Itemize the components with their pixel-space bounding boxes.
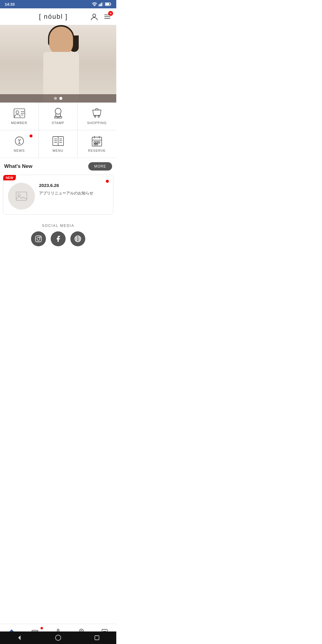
instagram-button[interactable] bbox=[31, 231, 46, 246]
menu-button[interactable]: N bbox=[103, 13, 112, 21]
svg-rect-2 bbox=[100, 4, 101, 6]
menu-book-icon bbox=[52, 136, 64, 146]
news-icon bbox=[13, 136, 25, 146]
shopping-label: SHOPPING bbox=[87, 121, 107, 125]
portrait-head bbox=[49, 27, 73, 55]
hero-image bbox=[0, 25, 116, 103]
news-date: 2023.6.26 bbox=[39, 183, 108, 188]
news-label: NEWS bbox=[14, 149, 25, 152]
member-icon bbox=[13, 108, 25, 119]
facebook-icon bbox=[55, 235, 62, 242]
social-icons-row bbox=[0, 231, 116, 246]
carousel-dots bbox=[0, 94, 116, 103]
news-card[interactable]: NEW 2023.6.26 アプリリニューアルのお知らせ bbox=[3, 175, 113, 215]
svg-point-8 bbox=[93, 14, 96, 17]
website-button[interactable] bbox=[70, 231, 85, 246]
svg-point-0 bbox=[94, 6, 95, 6]
svg-rect-1 bbox=[99, 4, 100, 6]
reserve-label: RESERVE bbox=[88, 149, 106, 152]
status-icons bbox=[92, 2, 112, 6]
news-text: アプリリニューアルのお知らせ bbox=[39, 190, 108, 196]
signal-icon bbox=[99, 2, 103, 6]
shopping-icon bbox=[91, 108, 103, 119]
member-menu-item[interactable]: MEMBER bbox=[0, 103, 39, 130]
portrait-figure bbox=[31, 27, 91, 103]
new-badge: NEW bbox=[3, 175, 16, 180]
svg-rect-3 bbox=[101, 3, 102, 6]
svg-rect-43 bbox=[16, 192, 27, 200]
battery-icon bbox=[105, 2, 112, 6]
social-media-title: SOCIAL MEDIA bbox=[0, 224, 116, 228]
svg-rect-45 bbox=[35, 236, 41, 242]
reserve-icon bbox=[91, 136, 103, 146]
stamp-label: STAMP bbox=[52, 121, 64, 125]
whats-new-title: What's New bbox=[4, 163, 32, 169]
menu-menu-item[interactable]: MENU bbox=[39, 130, 78, 158]
instagram-icon bbox=[35, 235, 42, 242]
news-menu-item[interactable]: NEWS bbox=[0, 130, 39, 158]
news-content: 2023.6.26 アプリリニューアルのお知らせ bbox=[39, 180, 108, 196]
profile-button[interactable] bbox=[90, 13, 98, 21]
svg-rect-6 bbox=[106, 3, 109, 5]
more-button[interactable]: MORE bbox=[88, 162, 112, 171]
svg-rect-42 bbox=[96, 144, 98, 145]
wifi-icon bbox=[92, 2, 97, 6]
whats-new-header: What's New MORE bbox=[0, 158, 116, 175]
news-notification-dot bbox=[30, 134, 32, 137]
svg-point-21 bbox=[95, 116, 96, 117]
carousel-dot-2[interactable] bbox=[59, 97, 62, 100]
news-thumbnail bbox=[8, 183, 35, 210]
svg-point-13 bbox=[16, 111, 19, 114]
status-bar: 14:33 bbox=[0, 0, 116, 8]
svg-rect-39 bbox=[96, 142, 98, 143]
member-label: MEMBER bbox=[11, 121, 27, 125]
user-icon bbox=[90, 13, 98, 21]
stamp-menu-item[interactable]: STAMP bbox=[39, 103, 78, 130]
shopping-menu-item[interactable]: SHOPPING bbox=[78, 103, 116, 130]
svg-point-46 bbox=[37, 237, 40, 240]
carousel-dot-1[interactable] bbox=[54, 97, 57, 100]
app-logo: [ nóubl ] bbox=[39, 13, 68, 21]
social-media-section: SOCIAL MEDIA bbox=[0, 219, 116, 250]
svg-rect-41 bbox=[94, 144, 96, 145]
svg-rect-4 bbox=[102, 2, 103, 6]
header-actions: N bbox=[90, 13, 112, 21]
svg-rect-38 bbox=[94, 142, 96, 143]
quick-menu-row1: MEMBER STAMP SHOPPING bbox=[0, 103, 116, 130]
svg-point-17 bbox=[55, 108, 61, 114]
stamp-icon bbox=[52, 108, 64, 119]
svg-rect-40 bbox=[98, 142, 100, 143]
menu-notification-badge: N bbox=[108, 11, 113, 16]
svg-rect-7 bbox=[111, 4, 112, 5]
quick-menu-row2: NEWS MENU bbox=[0, 130, 116, 158]
reserve-menu-item[interactable]: RESERVE bbox=[78, 130, 116, 158]
time-display: 14:33 bbox=[5, 2, 15, 7]
facebook-button[interactable] bbox=[51, 231, 66, 246]
image-placeholder-icon bbox=[16, 191, 27, 202]
globe-icon bbox=[74, 235, 81, 242]
hero-banner bbox=[0, 25, 116, 103]
svg-point-44 bbox=[18, 194, 20, 196]
news-unread-dot bbox=[106, 180, 109, 183]
svg-point-22 bbox=[98, 116, 100, 117]
menu-label: MENU bbox=[52, 149, 63, 152]
svg-point-47 bbox=[40, 237, 40, 237]
header: [ nóubl ] N bbox=[0, 8, 116, 25]
